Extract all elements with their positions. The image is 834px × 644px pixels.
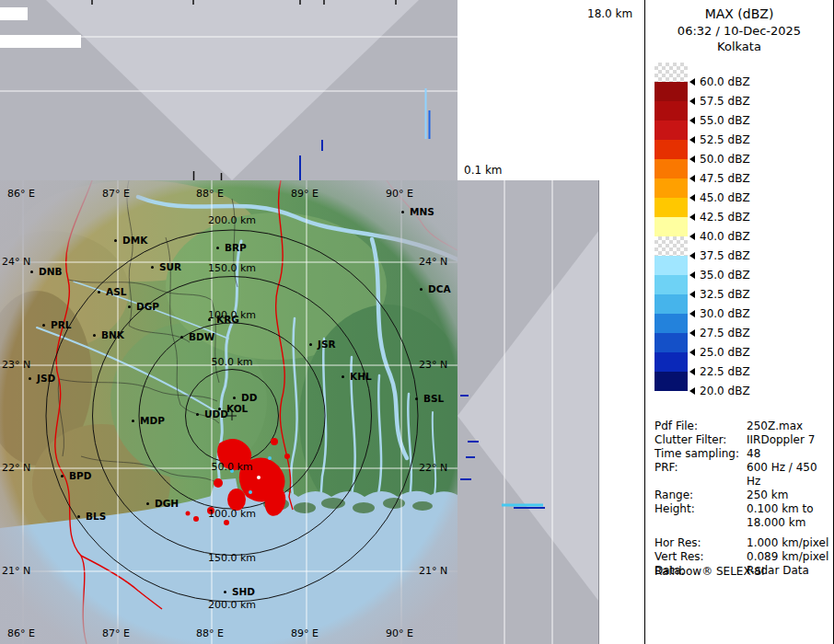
info-value: 250Z.max [747,420,831,433]
info-label: Hor Res: [654,536,747,550]
map-panel: 86° E87° E88° E89° E90° E 86° E87° E88° … [0,180,458,644]
info-row: Clutter Filter: IIRDoppler 7 [654,433,831,447]
dbz-tick: 42.5 dBZ [689,207,750,226]
radar-viewer-screen: 86° E87° E88° E89° E90° E 86° E87° E88° … [0,0,834,644]
colorbar-cell [654,314,688,333]
product-datetime: 06:32 / 10-Dec-2025 [645,24,833,38]
info-value: IIRDoppler 7 [747,433,831,447]
tick-arrow-icon [689,368,695,375]
map-graphic [0,180,458,644]
top-axis-max-height-label: 18.0 km [587,7,632,20]
tick-arrow-icon [689,310,695,317]
dbz-tick: 40.0 dBZ [689,226,750,246]
dbz-tick: 35.0 dBZ [689,265,750,284]
dbz-tick: 37.5 dBZ [689,246,750,265]
tick-arrow-icon [689,117,695,124]
tick-arrow-icon [689,78,695,86]
tick-arrow-icon [689,329,695,337]
product-info-table: Pdf File: 250Z.max Clutter Filter: IIRDo… [654,420,831,578]
tick-arrow-icon [689,252,695,259]
info-label: Vert Res: [654,550,747,564]
dbz-tick-label: 55.0 dBZ [700,114,750,127]
info-label: Clutter Filter: [654,433,747,447]
dbz-tick-label: 52.5 dBZ [700,133,750,146]
side-projection-panel [458,180,599,644]
dbz-tick-label: 25.0 dBZ [700,346,750,359]
colorbar-cell [654,294,688,314]
info-value: 0.100 km to 18.000 km [747,502,831,530]
info-row: Hor Res: 1.000 km/pixel [654,536,831,550]
product-title: MAX (dBZ) [645,6,833,21]
colorbar-cell [654,159,688,178]
tick-arrow-icon [689,233,695,240]
tick-arrow-icon [689,194,695,201]
legend-panel: MAX (dBZ) 06:32 / 10-Dec-2025 Kolkata 60… [644,0,834,644]
colorbar-cell [654,198,688,217]
info-label: Pdf File: [654,420,747,433]
dbz-tick: 57.5 dBZ [689,91,750,110]
colorbar-cell [654,178,688,198]
dbz-tick: 25.0 dBZ [689,342,750,362]
info-label: Range: [654,489,747,502]
out-of-range-mask [0,180,458,644]
colorbar-cell [654,256,688,275]
dbz-tick-label: 50.0 dBZ [700,153,750,166]
info-value: 0.089 km/pixel [747,550,831,564]
dbz-tick: 60.0 dBZ [689,72,750,91]
colorbar-cell [654,63,688,82]
dbz-tick: 27.5 dBZ [689,323,750,342]
tick-arrow-icon [689,136,695,144]
dbz-tick: 32.5 dBZ [689,284,750,304]
info-value: 600 Hz / 450 Hz [747,461,831,489]
colorbar-cell [654,372,688,391]
info-label: Height: [654,502,747,530]
side-axis-min-height-label: 0.1 km [464,164,503,177]
dbz-tick-label: 20.0 dBZ [700,385,750,397]
tick-arrow-icon [689,213,695,221]
dbz-tick: 50.0 dBZ [689,149,750,168]
dbz-tick: 52.5 dBZ [689,130,750,149]
dbz-tick-label: 30.0 dBZ [700,307,750,320]
tick-arrow-icon [689,155,695,163]
side-projection-graphic [458,180,599,644]
dbz-tick-label: 37.5 dBZ [700,249,750,262]
info-row: Pdf File: 250Z.max [654,420,831,433]
info-row: PRF: 600 Hz / 450 Hz [654,461,831,489]
colorbar-cell [654,121,688,140]
dbz-tick-label: 35.0 dBZ [700,269,750,282]
dbz-tick-label: 40.0 dBZ [700,230,750,243]
dbz-tick: 47.5 dBZ [689,168,750,188]
info-value: 1.000 km/pixel [747,536,831,550]
info-row: Vert Res: 0.089 km/pixel [654,550,831,564]
colorbar-cell [654,140,688,159]
info-row: Height: 0.100 km to 18.000 km [654,502,831,530]
dbz-scale-labels: 60.0 dBZ 57.5 dBZ 55.0 dBZ 52.5 dBZ [689,72,750,400]
software-brand: Rainbow® SELEX-SI [654,565,765,578]
tick-arrow-icon [689,175,695,182]
colorbar-cell [654,236,688,256]
dbz-tick-label: 45.0 dBZ [700,191,750,204]
info-row: Time sampling: 48 [654,447,831,461]
colorbar-cell [654,333,688,352]
colorbar-cell [654,352,688,372]
info-label: PRF: [654,461,747,489]
info-value: 250 km [747,489,831,502]
dbz-tick-label: 47.5 dBZ [700,172,750,185]
tick-arrow-icon [689,349,695,356]
top-projection-panel [0,0,458,180]
dbz-tick-label: 27.5 dBZ [700,327,750,339]
colorbar-cell [654,82,688,101]
colorbar-cell [654,101,688,121]
dbz-tick: 55.0 dBZ [689,110,750,130]
tick-arrow-icon [689,291,695,298]
info-value: 48 [747,447,831,461]
dbz-tick-label: 22.5 dBZ [700,365,750,378]
dbz-tick-label: 57.5 dBZ [700,95,750,108]
dbz-tick-label: 60.0 dBZ [700,75,750,88]
tick-arrow-icon [689,387,695,395]
dbz-tick: 45.0 dBZ [689,188,750,207]
colorbar-cell [654,275,688,294]
info-row: Range: 250 km [654,489,831,502]
dbz-tick-label: 32.5 dBZ [700,288,750,301]
colorbar-cell [654,217,688,236]
